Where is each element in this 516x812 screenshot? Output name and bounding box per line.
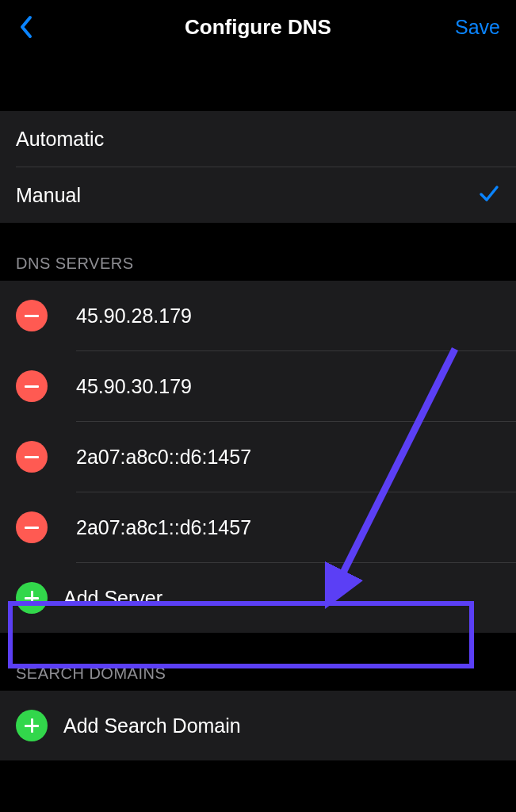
spacer [0, 54, 516, 111]
dns-server-value: 2a07:a8c1::d6:1457 [76, 516, 251, 539]
search-domains-section-header: Search Domains [0, 633, 516, 691]
save-button[interactable]: Save [450, 11, 505, 44]
dns-server-value: 45.90.30.179 [76, 375, 192, 398]
mode-automatic-row[interactable]: Automatic [0, 111, 516, 167]
mode-manual-row[interactable]: Manual [0, 167, 516, 223]
add-icon[interactable] [16, 710, 48, 741]
dns-server-value: 45.90.28.179 [76, 304, 192, 327]
remove-icon[interactable] [16, 300, 48, 331]
remove-icon[interactable] [16, 370, 48, 402]
mode-automatic-label: Automatic [16, 128, 104, 151]
remove-icon[interactable] [16, 511, 48, 543]
chevron-left-icon [17, 14, 33, 40]
search-domains-group: Add Search Domain [0, 691, 516, 760]
checkmark-icon [478, 182, 500, 208]
dns-servers-section-header: DNS Servers [0, 223, 516, 281]
add-server-label: Add Server [63, 587, 162, 610]
page-title: Configure DNS [185, 15, 331, 40]
mode-manual-label: Manual [16, 184, 81, 207]
nav-header: Configure DNS Save [0, 0, 516, 54]
dns-server-row[interactable]: 2a07:a8c0::d6:1457 [0, 422, 516, 492]
add-server-row[interactable]: Add Server [0, 563, 516, 633]
add-search-domain-row[interactable]: Add Search Domain [0, 691, 516, 760]
back-button[interactable] [11, 10, 40, 44]
dns-server-row[interactable]: 2a07:a8c1::d6:1457 [0, 492, 516, 562]
dns-server-row[interactable]: 45.90.30.179 [0, 351, 516, 421]
add-search-domain-label: Add Search Domain [63, 714, 241, 737]
dns-server-value: 2a07:a8c0::d6:1457 [76, 446, 251, 469]
dns-servers-group: 45.90.28.179 45.90.30.179 2a07:a8c0::d6:… [0, 281, 516, 633]
remove-icon[interactable] [16, 441, 48, 473]
add-icon[interactable] [16, 582, 48, 614]
dns-server-row[interactable]: 45.90.28.179 [0, 281, 516, 350]
mode-group: Automatic Manual [0, 111, 516, 223]
